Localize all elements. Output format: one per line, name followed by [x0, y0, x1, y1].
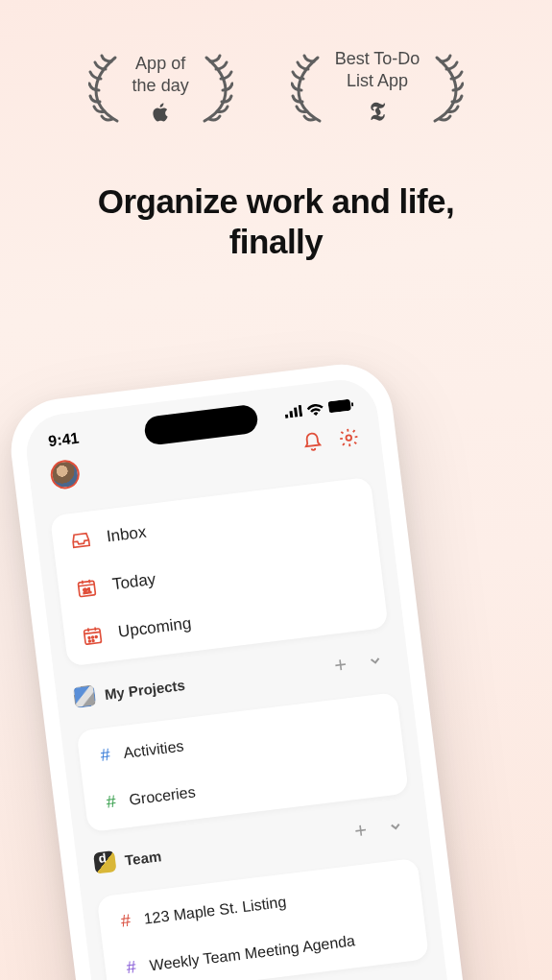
nav-label: Today: [111, 570, 156, 594]
project-name: Groceries: [128, 783, 196, 808]
avatar[interactable]: [49, 459, 81, 490]
laurel-right-icon: [425, 50, 464, 127]
svg-rect-0: [285, 415, 288, 418]
team-projects-card: # 123 Maple St. Listing # Weekly Team Me…: [97, 858, 429, 980]
battery-icon: [328, 398, 354, 413]
signal-icon: [284, 405, 302, 418]
calendar-today-icon: 21: [75, 576, 99, 600]
gear-icon[interactable]: [337, 426, 361, 453]
add-project-button[interactable]: +: [333, 654, 348, 676]
status-clock: 9:41: [47, 429, 80, 450]
workspace-user-icon: [73, 684, 97, 708]
laurel-left-icon: [88, 50, 127, 127]
headline: Organize work and life, finally: [0, 181, 552, 262]
inbox-icon: [69, 529, 93, 553]
chevron-down-icon[interactable]: [387, 818, 404, 835]
phone-mock: 9:41 Inbox: [6, 359, 483, 980]
project-name: Weekly Team Meeting Agenda: [149, 932, 356, 974]
section-title: Team: [124, 848, 162, 869]
award-app-of-day: App of the day: [88, 48, 233, 129]
svg-point-14: [92, 640, 94, 642]
svg-rect-3: [299, 405, 302, 417]
award-text-line2: List App: [335, 70, 420, 92]
svg-point-6: [346, 435, 351, 441]
svg-point-11: [92, 636, 94, 638]
svg-rect-1: [289, 411, 293, 418]
wifi-icon: [306, 402, 324, 417]
headline-line1: Organize work and life,: [0, 181, 552, 222]
awards-row: App of the day Best To-Do List App 𝕿: [0, 0, 552, 129]
hash-icon: #: [105, 792, 117, 813]
chevron-down-icon[interactable]: [367, 653, 384, 670]
svg-point-10: [88, 636, 90, 638]
svg-rect-2: [294, 407, 298, 417]
project-name: 123 Maple St. Listing: [143, 893, 288, 927]
project-name: Activities: [123, 737, 185, 762]
hash-icon: #: [126, 957, 138, 978]
svg-point-12: [95, 635, 97, 637]
award-best-todo: Best To-Do List App 𝕿: [291, 48, 465, 129]
headline-line2: finally: [0, 222, 552, 262]
laurel-left-icon: [291, 50, 329, 127]
nav-label: Upcoming: [117, 614, 192, 642]
section-title: My Projects: [104, 676, 186, 702]
award-text-line1: Best To-Do: [335, 48, 420, 70]
award-text-line2: the day: [132, 75, 189, 97]
workspace-team-icon: [93, 850, 117, 874]
laurel-right-icon: [195, 50, 233, 127]
svg-point-13: [88, 640, 90, 642]
hash-icon: #: [120, 911, 132, 932]
apple-logo-icon: [132, 102, 189, 123]
nyt-logo-icon: 𝕿: [370, 97, 385, 129]
svg-rect-5: [351, 402, 353, 406]
add-team-project-button[interactable]: +: [353, 820, 368, 842]
svg-text:21: 21: [83, 586, 91, 596]
bell-icon[interactable]: [300, 430, 324, 457]
nav-label: Inbox: [106, 523, 148, 547]
award-text-line1: App of: [132, 53, 189, 75]
svg-rect-4: [328, 399, 351, 414]
calendar-upcoming-icon: [81, 624, 105, 648]
hash-icon: #: [99, 745, 111, 766]
